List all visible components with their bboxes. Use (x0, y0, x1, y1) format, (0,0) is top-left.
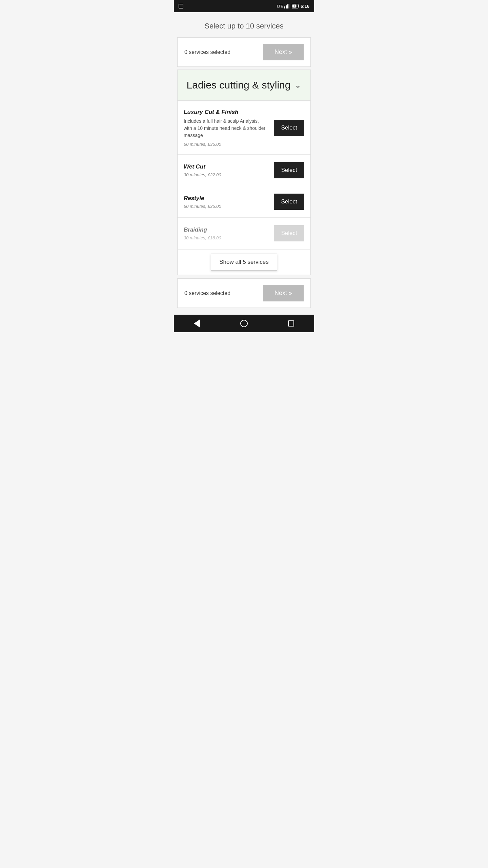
nav-bar (174, 315, 314, 332)
service-info-wet-cut: Wet Cut 30 minutes, £22.00 (184, 163, 274, 177)
nav-home-button[interactable] (240, 320, 248, 327)
service-description-luxury-cut: Includes a full hair & scalp Analysis, w… (184, 118, 268, 139)
category-title: Ladies cutting & styling ⌄ (187, 79, 302, 91)
time-display: 6:16 (301, 4, 309, 9)
service-meta-braiding: 30 minutes, £18.00 (184, 235, 268, 240)
select-button-braiding[interactable]: Select (274, 225, 304, 241)
service-item-wet-cut: Wet Cut 30 minutes, £22.00 Select (178, 155, 310, 186)
bottom-services-selected-text: 0 services selected (184, 290, 230, 296)
svg-rect-1 (286, 5, 287, 8)
lte-icon: LTE (277, 4, 283, 8)
svg-rect-6 (292, 5, 296, 8)
nav-back-icon (194, 319, 200, 328)
show-all-button[interactable]: Show all 5 services (211, 254, 277, 271)
nav-square-icon (288, 320, 294, 327)
services-list: Luxury Cut & Finish Includes a full hair… (177, 101, 311, 249)
service-meta-wet-cut: 30 minutes, £22.00 (184, 172, 268, 177)
service-info-restyle: Restyle 60 minutes, £35.00 (184, 195, 274, 209)
service-name-restyle: Restyle (184, 195, 268, 202)
service-info-braiding: Braiding 30 minutes, £18.00 (184, 226, 274, 240)
service-name-braiding: Braiding (184, 226, 268, 233)
nav-back-button[interactable] (194, 319, 200, 328)
service-item-braiding: Braiding 30 minutes, £18.00 Select (178, 218, 310, 249)
nav-home-icon (240, 320, 248, 327)
page-title: Select up to 10 services (174, 12, 314, 37)
service-meta-restyle: 60 minutes, £35.00 (184, 204, 268, 209)
bottom-next-button[interactable]: Next » (263, 285, 304, 301)
select-button-restyle[interactable]: Select (274, 194, 304, 210)
svg-rect-0 (284, 6, 285, 8)
select-button-wet-cut[interactable]: Select (274, 162, 304, 178)
battery-icon (292, 4, 299, 8)
service-item-restyle: Restyle 60 minutes, £35.00 Select (178, 186, 310, 218)
status-bar: LTE 6:16 (174, 0, 314, 12)
status-bar-right: LTE 6:16 (277, 4, 310, 9)
select-button-luxury-cut[interactable]: Select (274, 120, 304, 136)
chevron-down-icon: ⌄ (294, 80, 301, 90)
top-services-selected-text: 0 services selected (184, 49, 230, 55)
status-bar-left (179, 4, 183, 8)
bottom-selection-bar: 0 services selected Next » (177, 278, 311, 308)
service-meta-luxury-cut: 60 minutes, £35.00 (184, 142, 268, 147)
service-name-luxury-cut: Luxury Cut & Finish (184, 109, 268, 116)
service-name-wet-cut: Wet Cut (184, 163, 268, 170)
service-item-luxury-cut: Luxury Cut & Finish Includes a full hair… (178, 101, 310, 155)
sd-card-icon (179, 4, 183, 8)
category-header[interactable]: Ladies cutting & styling ⌄ (177, 70, 311, 101)
nav-recents-button[interactable] (288, 320, 294, 327)
svg-rect-3 (288, 4, 289, 8)
service-info-luxury-cut: Luxury Cut & Finish Includes a full hair… (184, 109, 274, 147)
svg-rect-2 (287, 4, 288, 8)
top-selection-bar: 0 services selected Next » (177, 37, 311, 67)
signal-icon (284, 4, 290, 8)
svg-rect-5 (298, 5, 299, 7)
top-next-button[interactable]: Next » (263, 44, 304, 60)
show-all-container: Show all 5 services (177, 249, 311, 275)
content-area: Select up to 10 services 0 services sele… (174, 12, 314, 308)
category-name-text: Ladies cutting & styling (187, 79, 291, 91)
